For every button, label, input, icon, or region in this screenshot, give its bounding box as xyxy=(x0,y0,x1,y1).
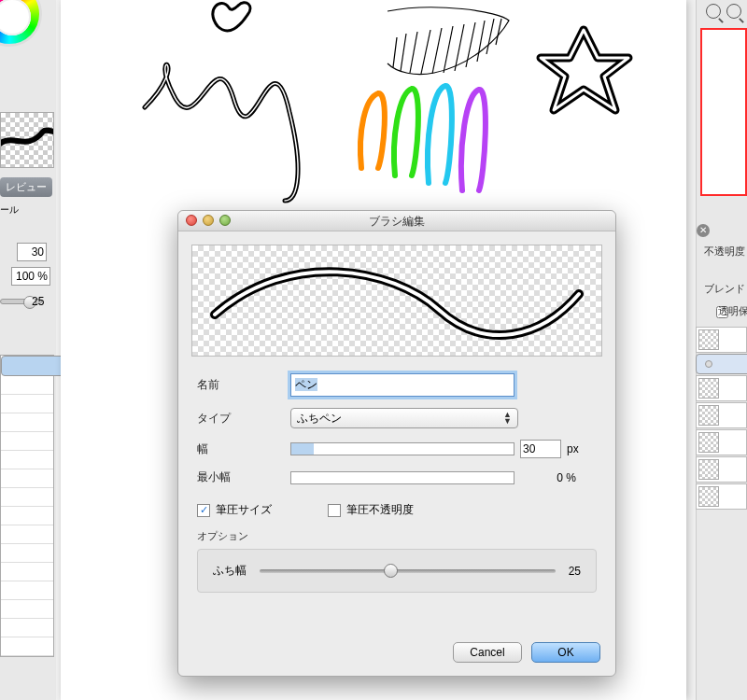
list-item[interactable] xyxy=(1,581,53,600)
list-item[interactable] xyxy=(1,544,53,563)
list-item[interactable] xyxy=(1,488,53,507)
name-label: 名前 xyxy=(197,377,290,393)
list-item[interactable] xyxy=(1,469,53,488)
minwidth-label: 最小幅 xyxy=(197,469,290,485)
type-select[interactable]: ふちペン ▲▼ xyxy=(290,408,518,428)
minwidth-value: 0 % xyxy=(520,471,576,484)
width-number[interactable]: 30 xyxy=(520,440,561,458)
layer-row[interactable] xyxy=(696,402,747,428)
list-item[interactable] xyxy=(1,451,53,469)
minimize-window-icon[interactable] xyxy=(203,215,214,226)
brush-stroke-icon xyxy=(0,122,54,160)
left-tool-panel: レビュー ール 25 xyxy=(0,0,56,700)
layer-row[interactable] xyxy=(696,354,747,374)
dialog-title: ブラシ編集 xyxy=(369,215,425,228)
name-input[interactable]: ペン xyxy=(290,373,514,397)
opacity-input[interactable] xyxy=(11,267,50,286)
layer-row[interactable] xyxy=(696,327,747,353)
navigator-view[interactable] xyxy=(700,28,747,196)
pressure-size-checkbox[interactable]: ✓ 筆圧サイズ xyxy=(197,502,272,518)
brush-edit-dialog: ブラシ編集 名前 ペン タイプ ふちペン ▲▼ 幅 30 px 最小幅 xyxy=(177,210,616,677)
width-input[interactable] xyxy=(17,243,47,261)
right-panel: ✕ 不透明度 ブレンド 透明保 xyxy=(696,0,747,700)
edge-width-value: 25 xyxy=(569,565,581,578)
list-item[interactable] xyxy=(1,637,53,656)
pressure-opacity-label: 筆圧不透明度 xyxy=(346,502,414,518)
canvas-artwork xyxy=(61,0,686,215)
list-item[interactable] xyxy=(1,619,53,637)
width-slider[interactable] xyxy=(290,442,514,455)
list-item[interactable] xyxy=(1,525,53,544)
list-item[interactable] xyxy=(1,395,53,413)
type-value: ふちペン xyxy=(297,411,342,427)
chevron-updown-icon: ▲▼ xyxy=(503,412,512,425)
list-item[interactable] xyxy=(1,432,53,451)
color-wheel[interactable] xyxy=(0,0,42,47)
layer-row[interactable] xyxy=(696,375,747,401)
zoom-out-icon[interactable] xyxy=(726,4,741,19)
close-icon[interactable]: ✕ xyxy=(697,224,710,237)
layers-panel xyxy=(696,327,747,511)
pressure-size-label: 筆圧サイズ xyxy=(216,502,272,518)
layer-row[interactable] xyxy=(696,483,747,510)
list-item[interactable] xyxy=(1,563,53,581)
list-item[interactable] xyxy=(1,413,53,432)
sub-label: ール xyxy=(0,203,19,217)
slider-knob[interactable] xyxy=(384,564,398,578)
option-box: ふち幅 25 xyxy=(197,549,597,593)
layer-row[interactable] xyxy=(696,429,747,455)
width-unit: px xyxy=(567,442,579,455)
brush-preview xyxy=(191,245,602,357)
brush-list[interactable] xyxy=(0,355,54,657)
layer-row[interactable] xyxy=(696,456,747,483)
width-label: 幅 xyxy=(197,441,290,457)
edge-width-slider[interactable] xyxy=(260,569,556,573)
zoom-window-icon[interactable] xyxy=(219,215,231,226)
list-item[interactable] xyxy=(1,600,53,619)
list-item[interactable] xyxy=(1,376,53,395)
opacity-label: 不透明度 xyxy=(704,245,745,259)
blend-label: ブレンド xyxy=(704,282,745,296)
cancel-button[interactable]: Cancel xyxy=(453,642,522,663)
brush-preview-thumb[interactable] xyxy=(0,112,54,168)
type-label: タイプ xyxy=(197,411,290,427)
edge-width-label: ふち幅 xyxy=(213,563,247,579)
ok-button[interactable]: OK xyxy=(531,642,600,663)
minwidth-slider[interactable] xyxy=(290,471,514,484)
transparent-label: 透明保 xyxy=(718,304,747,318)
option-label: オプション xyxy=(197,529,597,543)
dialog-titlebar[interactable]: ブラシ編集 xyxy=(178,211,615,231)
zoom-in-icon[interactable] xyxy=(706,4,721,19)
list-item[interactable] xyxy=(1,507,53,525)
pressure-opacity-checkbox[interactable]: 筆圧不透明度 xyxy=(328,502,414,518)
inner-value: 25 xyxy=(32,295,44,308)
close-window-icon[interactable] xyxy=(186,215,197,226)
stroke-preview-icon xyxy=(205,259,588,343)
review-tab[interactable]: レビュー xyxy=(0,177,52,197)
